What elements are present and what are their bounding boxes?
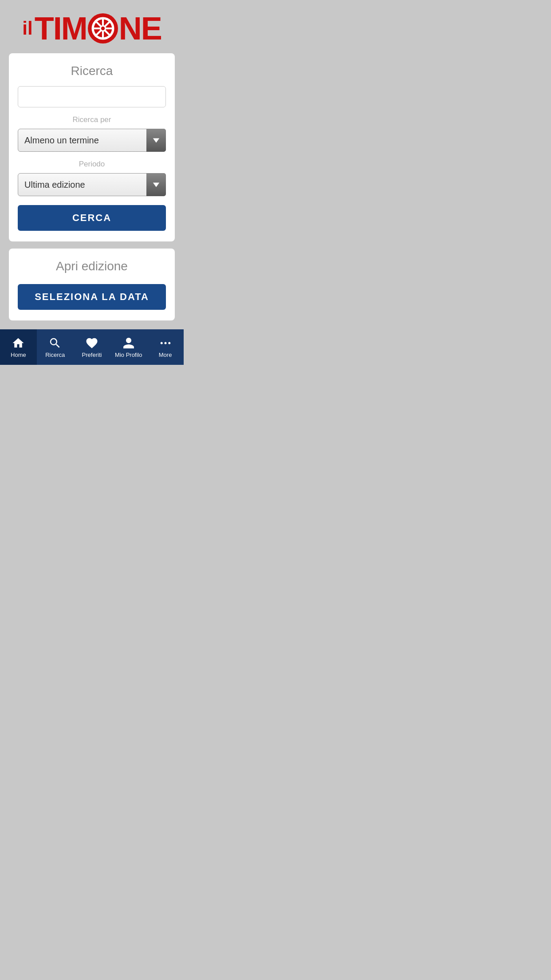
nav-home-label: Home xyxy=(11,352,26,358)
svg-point-15 xyxy=(168,342,170,344)
ricerca-title: Ricerca xyxy=(71,64,113,78)
logo-tim: TIM xyxy=(35,12,87,44)
nav-preferiti-label: Preferiti xyxy=(82,352,102,358)
main-content: Ricerca Ricerca per Almeno un termine Tu… xyxy=(0,53,184,329)
seleziona-data-button[interactable]: SELEZIONA LA DATA xyxy=(18,284,166,310)
search-icon xyxy=(48,336,62,350)
more-icon xyxy=(159,336,172,350)
cerca-button[interactable]: CERCA xyxy=(18,205,166,231)
logo-ne: NE xyxy=(119,12,161,44)
logo: il TIM NE xyxy=(22,12,161,44)
home-icon xyxy=(12,336,25,350)
nav-mio-profilo-label: Mio Profilo xyxy=(115,352,142,358)
nav-mio-profilo[interactable]: Mio Profilo xyxy=(110,329,147,365)
nav-ricerca-label: Ricerca xyxy=(45,352,65,358)
ricerca-per-wrapper: Almeno un termine Tutti i termini Frase … xyxy=(18,129,166,152)
nav-home[interactable]: Home xyxy=(0,329,37,365)
person-icon xyxy=(122,336,135,350)
periodo-select[interactable]: Ultima edizione Tutte le edizioni Ultimi… xyxy=(18,173,166,196)
svg-point-1 xyxy=(101,27,104,30)
svg-point-13 xyxy=(160,342,162,344)
logo-il: il xyxy=(22,19,32,38)
nav-more[interactable]: More xyxy=(147,329,184,365)
apri-edizione-card: Apri edizione SELEZIONA LA DATA xyxy=(9,249,175,320)
periodo-wrapper: Ultima edizione Tutte le edizioni Ultimi… xyxy=(18,173,166,196)
bottom-nav: Home Ricerca Preferiti Mio Profilo xyxy=(0,329,184,365)
nav-more-label: More xyxy=(159,352,172,358)
periodo-label: Periodo xyxy=(79,160,105,169)
nav-preferiti[interactable]: Preferiti xyxy=(74,329,110,365)
search-input[interactable] xyxy=(18,86,166,107)
ricerca-card: Ricerca Ricerca per Almeno un termine Tu… xyxy=(9,53,175,241)
ricerca-per-select[interactable]: Almeno un termine Tutti i termini Frase … xyxy=(18,129,166,152)
ricerca-per-label: Ricerca per xyxy=(73,115,111,124)
apri-edizione-title: Apri edizione xyxy=(56,259,128,273)
heart-icon xyxy=(85,336,98,350)
nav-ricerca[interactable]: Ricerca xyxy=(37,329,74,365)
header: il TIM NE xyxy=(0,0,184,53)
svg-point-14 xyxy=(164,342,166,344)
logo-wheel-icon xyxy=(88,13,118,43)
